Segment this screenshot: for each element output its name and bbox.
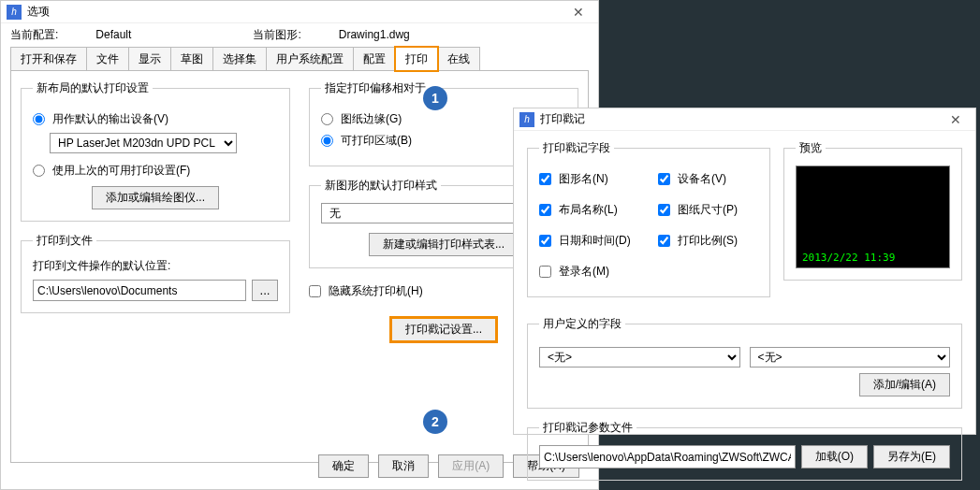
path-label: 打印到文件操作的默认位置: (33, 258, 278, 274)
datetime-checkbox[interactable] (539, 235, 551, 247)
add-edit-button[interactable]: 添加/编辑(A) (859, 373, 950, 396)
plot-style-title: 新图形的默认打印样式 (321, 178, 441, 194)
window-title-2: 打印戳记 (540, 111, 942, 127)
ok-button[interactable]: 确定 (318, 454, 369, 478)
user-field-1-select[interactable]: <无> (539, 347, 740, 368)
printable-area-radio[interactable] (321, 135, 333, 147)
drawing-name-label: 图形名(N) (559, 171, 608, 187)
param-path-input[interactable] (539, 445, 796, 468)
options-window: h 选项 ✕ 当前配置:Default 当前图形:Drawing1.dwg 打开… (0, 0, 599, 490)
saveas-button[interactable]: 另存为(E) (873, 445, 950, 468)
user-field-2-select[interactable]: <无> (750, 347, 951, 368)
path-input[interactable] (33, 280, 246, 301)
browse-button[interactable]: ... (252, 280, 278, 301)
tab-panel: 1 2 新布局的默认打印设置 用作默认的输出设备(V) HP LaserJet … (10, 70, 589, 463)
apply-button[interactable]: 应用(A) (438, 454, 504, 478)
tab-online[interactable]: 在线 (437, 47, 480, 71)
default-device-radio[interactable] (33, 113, 45, 125)
drawing-label: 当前图形: (253, 28, 300, 41)
param-file-group: 打印戳记参数文件 加载(O) 另存为(E) (527, 420, 962, 481)
callout-2: 2 (423, 410, 447, 434)
default-device-label: 用作默认的输出设备(V) (52, 111, 168, 127)
plot-to-file-group: 打印到文件 打印到文件操作的默认位置: ... (21, 233, 290, 313)
info-row: 当前配置:Default 当前图形:Drawing1.dwg (1, 23, 598, 47)
tab-bar: 打开和保存 文件 显示 草图 选择集 用户系统配置 配置 打印 在线 (1, 47, 598, 71)
tab-user-config[interactable]: 用户系统配置 (266, 47, 354, 71)
preview-timestamp: 2013/2/22 11:39 (802, 252, 895, 264)
close-icon[interactable]: ✕ (564, 5, 592, 20)
printable-area-label: 可打印区域(B) (341, 133, 412, 149)
callout-1: 1 (423, 86, 447, 110)
close-icon-2[interactable]: ✕ (942, 112, 970, 127)
edit-style-button[interactable]: 新建或编辑打印样式表... (369, 233, 519, 256)
plot-to-file-title: 打印到文件 (33, 233, 96, 249)
user-fields-title: 用户定义的字段 (539, 316, 625, 332)
hide-printer-checkbox[interactable] (309, 285, 321, 297)
load-button[interactable]: 加载(O) (801, 445, 868, 468)
tab-open-save[interactable]: 打开和保存 (10, 47, 87, 71)
add-plotter-button[interactable]: 添加或编辑绘图仪... (92, 186, 219, 209)
login-checkbox[interactable] (539, 266, 551, 278)
param-file-title: 打印戳记参数文件 (539, 420, 636, 436)
preview-box: 2013/2/22 11:39 (796, 166, 950, 268)
app-icon: h (7, 5, 22, 20)
new-layout-title: 新布局的默认打印设置 (33, 80, 153, 96)
window-title: 选项 (27, 4, 564, 20)
last-settings-label: 使用上次的可用打印设置(F) (52, 163, 190, 179)
paper-size-checkbox[interactable] (658, 204, 670, 216)
layout-name-checkbox[interactable] (539, 204, 551, 216)
tab-file[interactable]: 文件 (86, 47, 129, 71)
cancel-button[interactable]: 取消 (378, 454, 429, 478)
tab-sketch[interactable]: 草图 (170, 47, 213, 71)
preview-title: 预览 (796, 140, 826, 156)
paper-edge-radio[interactable] (321, 113, 333, 125)
preview-group: 预览 2013/2/22 11:39 (783, 140, 962, 281)
stamp-fields-title: 打印戳记字段 (539, 140, 614, 156)
new-layout-group: 新布局的默认打印设置 用作默认的输出设备(V) HP LaserJet M203… (21, 80, 290, 222)
titlebar-2: h 打印戳记 ✕ (514, 108, 975, 131)
drawing-name-checkbox[interactable] (539, 173, 551, 185)
config-value: Default (95, 28, 131, 41)
drawing-value: Drawing1.dwg (339, 28, 410, 41)
hide-printer-label: 隐藏系统打印机(H) (329, 283, 423, 299)
titlebar: h 选项 ✕ (1, 1, 598, 23)
paper-edge-label: 图纸边缘(G) (341, 111, 402, 127)
datetime-label: 日期和时间(D) (559, 233, 631, 249)
tab-display[interactable]: 显示 (128, 47, 171, 71)
config-label: 当前配置: (10, 28, 58, 41)
paper-size-label: 图纸尺寸(P) (678, 202, 738, 218)
tab-print[interactable]: 打印 (395, 47, 438, 71)
layout-name-label: 布局名称(L) (559, 202, 618, 218)
tab-config[interactable]: 配置 (353, 47, 396, 71)
user-fields-group: 用户定义的字段 <无> <无> 添加/编辑(A) (527, 316, 962, 409)
printer-select[interactable]: HP LaserJet M203dn UPD PCL 6 (50, 133, 237, 153)
last-settings-radio[interactable] (33, 165, 45, 177)
offset-title: 指定打印偏移相对于 (321, 80, 430, 96)
scale-label: 打印比例(S) (678, 233, 738, 249)
login-label: 登录名(M) (559, 264, 609, 280)
tab-selection[interactable]: 选择集 (212, 47, 267, 71)
device-name-label: 设备名(V) (678, 171, 726, 187)
stamp-fields-group: 打印戳记字段 图形名(N) 设备名(V) 布局名称(L) 图纸尺寸(P) 日期和… (527, 140, 770, 297)
device-name-checkbox[interactable] (658, 173, 670, 185)
scale-checkbox[interactable] (658, 235, 670, 247)
app-icon-2: h (519, 112, 534, 127)
plot-stamp-window: h 打印戳记 ✕ 打印戳记字段 图形名(N) 设备名(V) 布局名称(L) 图纸… (513, 108, 976, 435)
plot-stamp-button[interactable]: 打印戳记设置... (391, 318, 496, 341)
